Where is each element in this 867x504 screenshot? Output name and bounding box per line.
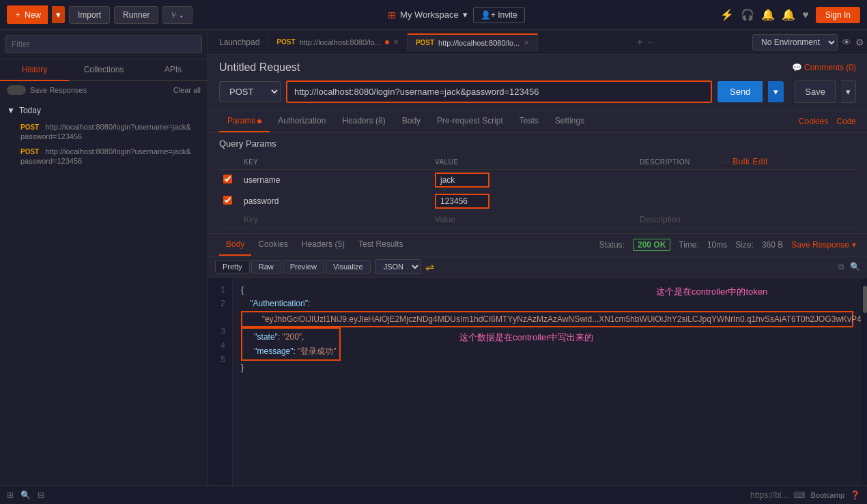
- params-title: Query Params: [219, 138, 856, 149]
- env-settings-icon[interactable]: ⚙: [855, 37, 864, 48]
- row1-checkbox[interactable]: [223, 175, 232, 183]
- raw-button[interactable]: Raw: [251, 260, 281, 273]
- cookies-link[interactable]: Cookies: [799, 117, 828, 126]
- save-response-arrow: ▾: [852, 240, 856, 250]
- save-button[interactable]: Save: [795, 80, 836, 103]
- resp-tab-body[interactable]: Body: [219, 234, 251, 256]
- send-button[interactable]: Send: [717, 81, 763, 102]
- request-title-row: Untitled Request 💬 Comments (0): [219, 61, 856, 74]
- tab-post-1[interactable]: POST http://localhost:8080/lo... ✕: [268, 34, 407, 50]
- save-responses-toggle[interactable]: [7, 85, 26, 95]
- new-button[interactable]: ＋ New: [7, 5, 48, 24]
- tab-close-button-1[interactable]: ✕: [393, 38, 399, 46]
- sidebar-section-today-header[interactable]: ▼ Today: [7, 106, 201, 115]
- save-response-button[interactable]: Save Response ▾: [791, 240, 856, 250]
- preview-button[interactable]: Preview: [283, 260, 324, 273]
- topbar: ＋ New ▾ Import Runner ⑂ ▾ ⊞ My Workspace…: [0, 0, 867, 30]
- bootcamp-button[interactable]: Bootcamp: [810, 491, 844, 499]
- row1-checkbox-cell: [219, 170, 240, 191]
- lightning-icon[interactable]: ⚡: [720, 8, 734, 21]
- headphone-icon[interactable]: 🎧: [741, 8, 754, 21]
- check-col-header: [219, 154, 240, 170]
- resp-tab-cookies[interactable]: Cookies: [251, 234, 294, 256]
- runner-button[interactable]: Runner: [114, 6, 158, 24]
- add-tab-button[interactable]: +: [637, 36, 643, 48]
- resp-tab-headers[interactable]: Headers (5): [295, 234, 352, 256]
- req-tab-headers[interactable]: Headers (8): [334, 110, 393, 132]
- more-params-icon[interactable]: ···: [724, 158, 730, 166]
- new-dropdown-arrow[interactable]: ▾: [52, 6, 65, 23]
- tab-post-badge-1: POST: [276, 38, 295, 46]
- list-item[interactable]: POST http://localhost:8080/login?usernam…: [7, 144, 201, 168]
- console-icon[interactable]: ⊟: [38, 490, 44, 500]
- search-code-icon[interactable]: 🔍: [850, 262, 860, 271]
- comments-button[interactable]: 💬 Comments (0): [792, 63, 856, 72]
- sidebar-tab-history[interactable]: History: [0, 59, 69, 81]
- more-tabs-icon[interactable]: ···: [647, 38, 654, 47]
- workspace-button[interactable]: ⊞ My Workspace ▾: [388, 10, 468, 20]
- request-title: Untitled Request: [219, 61, 300, 74]
- table-row: username jack: [219, 170, 856, 191]
- bell-icon[interactable]: 🔔: [782, 8, 795, 21]
- clear-all-button[interactable]: Clear all: [173, 86, 201, 94]
- save-dropdown-button[interactable]: ▾: [841, 80, 856, 103]
- fork-button[interactable]: ⑂ ▾: [162, 6, 192, 24]
- tab-post-2[interactable]: POST http://localhost:8080/lo... ✕: [408, 33, 538, 51]
- sidebar-tab-apis[interactable]: APIs: [139, 59, 208, 80]
- pretty-button[interactable]: Pretty: [215, 260, 250, 273]
- eye-icon[interactable]: 👁: [842, 37, 851, 48]
- req-tab-pre-request[interactable]: Pre-request Script: [429, 110, 511, 132]
- req-tab-body[interactable]: Body: [394, 110, 429, 132]
- row1-key-cell: username: [240, 170, 431, 191]
- heart-icon[interactable]: ♥: [802, 9, 809, 21]
- copy-icon[interactable]: ⧉: [838, 262, 844, 271]
- layout-icon[interactable]: ⊞: [7, 490, 14, 500]
- row1-value-box[interactable]: jack: [435, 173, 489, 188]
- vertical-scrollbar[interactable]: [862, 278, 867, 485]
- env-selector[interactable]: No Environment: [752, 34, 838, 50]
- send-dropdown-button[interactable]: ▾: [768, 81, 784, 102]
- tab-close-button-2[interactable]: ✕: [524, 39, 529, 46]
- help-icon[interactable]: ❓: [850, 490, 860, 500]
- topbar-right: ⚡ 🎧 🔔 🔔 ♥ Sign In: [720, 7, 860, 23]
- format-selector[interactable]: JSON: [375, 259, 421, 274]
- sign-in-button[interactable]: Sign In: [816, 7, 860, 23]
- sidebar-search-input[interactable]: [5, 35, 202, 53]
- sidebar-tab-collections[interactable]: Collections: [69, 59, 138, 80]
- visualize-button[interactable]: Visualize: [326, 260, 371, 273]
- req-tab-tests[interactable]: Tests: [511, 110, 547, 132]
- tab-launchpad[interactable]: Launchpad: [211, 33, 268, 51]
- tab-url-2: http://localhost:8080/lo...: [438, 39, 520, 47]
- notification-icon[interactable]: 🔔: [761, 8, 775, 21]
- keyboard-icon[interactable]: ⌨: [793, 490, 805, 500]
- import-button[interactable]: Import: [69, 6, 110, 24]
- sidebar-search-container: [0, 30, 208, 59]
- tab-post-badge-2: POST: [416, 39, 434, 46]
- search-bottom-icon[interactable]: 🔍: [20, 490, 31, 500]
- req-tab-settings[interactable]: Settings: [547, 110, 593, 132]
- code-link[interactable]: Code: [836, 117, 856, 126]
- empty-key: Key: [240, 212, 431, 228]
- resp-tab-test-results[interactable]: Test Results: [352, 234, 410, 256]
- annotation-token: 这个是在controller中的token: [656, 284, 767, 299]
- plus-icon: ＋: [14, 9, 22, 20]
- sidebar: History Collections APIs Save Responses …: [0, 30, 208, 485]
- params-area: Query Params KEY VALUE DESCRIPTION ··· B…: [208, 133, 867, 233]
- key-col-header: KEY: [240, 154, 431, 170]
- bulk-edit-button[interactable]: Bulk Edit: [733, 157, 768, 166]
- size-label: Size:: [735, 240, 754, 250]
- bottom-bar: ⊞ 🔍 ⊟ https://bl... ⌨ Bootcamp ❓: [0, 485, 867, 504]
- invite-button[interactable]: 👤+ Invite: [473, 7, 525, 23]
- row2-value-box[interactable]: 123456: [435, 194, 489, 209]
- req-tab-authorization[interactable]: Authorization: [270, 110, 334, 132]
- request-area: Untitled Request 💬 Comments (0) POST Sen…: [208, 55, 867, 110]
- list-item[interactable]: POST http://localhost:8080/login?usernam…: [7, 119, 201, 144]
- req-tab-params[interactable]: Params: [219, 110, 270, 132]
- bottom-left: ⊞ 🔍 ⊟: [7, 490, 44, 500]
- time-label: Time:: [679, 240, 699, 250]
- method-selector[interactable]: POST: [219, 81, 281, 102]
- row2-checkbox[interactable]: [223, 196, 232, 205]
- url-input[interactable]: [286, 80, 712, 103]
- sidebar-tabs: History Collections APIs: [0, 59, 208, 81]
- table-row: password 123456: [219, 191, 856, 212]
